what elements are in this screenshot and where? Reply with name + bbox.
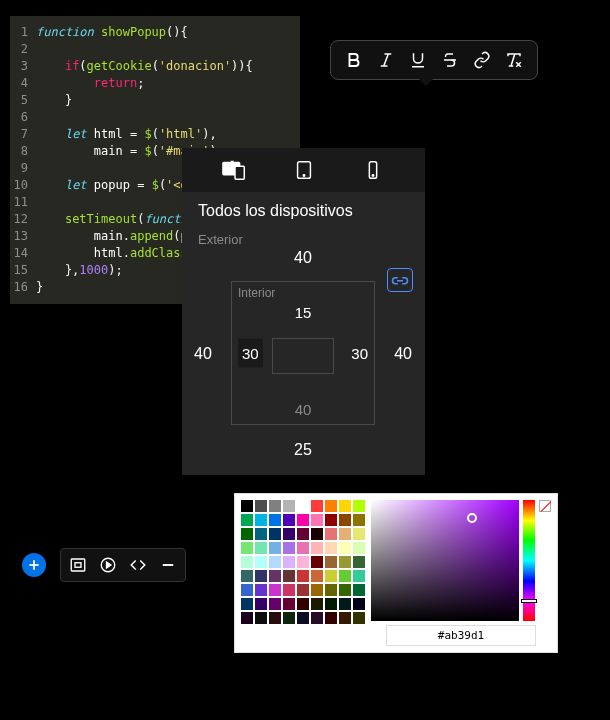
margin-bottom-input[interactable]: 25 [294,441,312,459]
color-swatch[interactable] [339,514,351,526]
code-content[interactable]: html.addClass( [36,245,195,262]
link-button[interactable] [469,47,495,73]
code-content[interactable]: return; [36,75,144,92]
color-swatch[interactable] [255,570,267,582]
color-swatch[interactable] [325,570,337,582]
margin-right-input[interactable]: 40 [394,345,412,363]
color-swatch[interactable] [297,612,309,624]
padding-left-input[interactable]: 30 [238,339,263,368]
color-swatch[interactable] [241,556,253,568]
color-swatch[interactable] [339,598,351,610]
hue-cursor[interactable] [521,599,537,603]
underline-button[interactable] [405,47,431,73]
color-swatch[interactable] [269,584,281,596]
color-swatch[interactable] [325,542,337,554]
color-swatch[interactable] [325,556,337,568]
color-swatch[interactable] [311,514,323,526]
padding-right-input[interactable]: 30 [351,345,368,362]
color-swatch[interactable] [353,556,365,568]
color-swatch[interactable] [241,528,253,540]
color-swatch[interactable] [297,570,309,582]
color-swatch[interactable] [311,542,323,554]
color-swatch[interactable] [297,598,309,610]
color-swatch[interactable] [297,528,309,540]
color-swatch[interactable] [241,598,253,610]
play-button[interactable] [95,552,121,578]
color-swatch[interactable] [325,612,337,624]
color-swatch[interactable] [325,584,337,596]
color-swatch[interactable] [269,500,281,512]
color-swatch[interactable] [255,556,267,568]
color-swatch[interactable] [241,570,253,582]
color-swatch[interactable] [283,598,295,610]
color-swatch[interactable] [311,598,323,610]
color-swatch[interactable] [283,556,295,568]
color-swatch[interactable] [353,514,365,526]
color-swatch[interactable] [311,500,323,512]
color-swatch[interactable] [269,528,281,540]
color-swatch[interactable] [297,542,309,554]
color-swatch[interactable] [241,514,253,526]
color-swatch[interactable] [325,598,337,610]
color-swatch[interactable] [255,584,267,596]
color-swatch[interactable] [255,500,267,512]
color-swatch[interactable] [325,514,337,526]
color-swatch[interactable] [325,528,337,540]
color-swatch[interactable] [339,570,351,582]
device-tab-all[interactable] [219,158,251,182]
code-view-button[interactable] [125,552,151,578]
color-swatch[interactable] [241,584,253,596]
color-swatch[interactable] [353,584,365,596]
color-swatch[interactable] [241,612,253,624]
color-swatch[interactable] [297,514,309,526]
sv-cursor[interactable] [467,513,477,523]
color-swatch[interactable] [311,570,323,582]
color-swatch[interactable] [283,514,295,526]
color-swatch[interactable] [269,598,281,610]
color-swatch[interactable] [269,570,281,582]
code-content[interactable]: if(getCookie('donacion')){ [36,58,253,75]
color-swatch[interactable] [339,528,351,540]
color-swatch[interactable] [339,584,351,596]
device-tab-mobile[interactable] [357,158,389,182]
color-swatch[interactable] [311,528,323,540]
color-swatch[interactable] [241,500,253,512]
bold-button[interactable] [341,47,367,73]
fullscreen-button[interactable] [65,552,91,578]
color-swatch[interactable] [311,612,323,624]
code-content[interactable]: },1000); [36,262,123,279]
color-swatch[interactable] [269,556,281,568]
color-swatch[interactable] [255,514,267,526]
color-swatch[interactable] [311,556,323,568]
margin-top-input[interactable]: 40 [294,249,312,267]
color-swatch[interactable] [297,584,309,596]
color-swatch[interactable] [353,500,365,512]
color-swatch[interactable] [283,570,295,582]
code-line[interactable]: 7 let html = $('html'), [10,126,300,143]
code-content[interactable]: main.append(po [36,228,195,245]
code-content[interactable]: } [36,279,43,296]
color-swatch[interactable] [283,542,295,554]
device-tab-tablet[interactable] [288,158,320,182]
color-swatch[interactable] [255,598,267,610]
color-swatch[interactable] [353,542,365,554]
code-line[interactable]: 5 } [10,92,300,109]
padding-top-input[interactable]: 15 [295,304,312,321]
code-line[interactable]: 1function showPopup(){ [10,24,300,41]
code-content[interactable]: setTimeout(functio [36,211,195,228]
color-swatch[interactable] [353,612,365,624]
color-swatch[interactable] [283,500,295,512]
minus-button[interactable] [155,552,181,578]
hue-slider[interactable] [523,500,535,621]
color-swatch[interactable] [339,500,351,512]
saturation-value-area[interactable] [371,500,519,621]
color-swatch[interactable] [353,598,365,610]
strikethrough-button[interactable] [437,47,463,73]
add-block-button[interactable] [22,553,46,577]
clear-format-button[interactable] [501,47,527,73]
color-swatch[interactable] [283,528,295,540]
color-swatch[interactable] [353,570,365,582]
color-swatch[interactable] [297,556,309,568]
color-swatch[interactable] [255,612,267,624]
code-line[interactable]: 6 [10,109,300,126]
